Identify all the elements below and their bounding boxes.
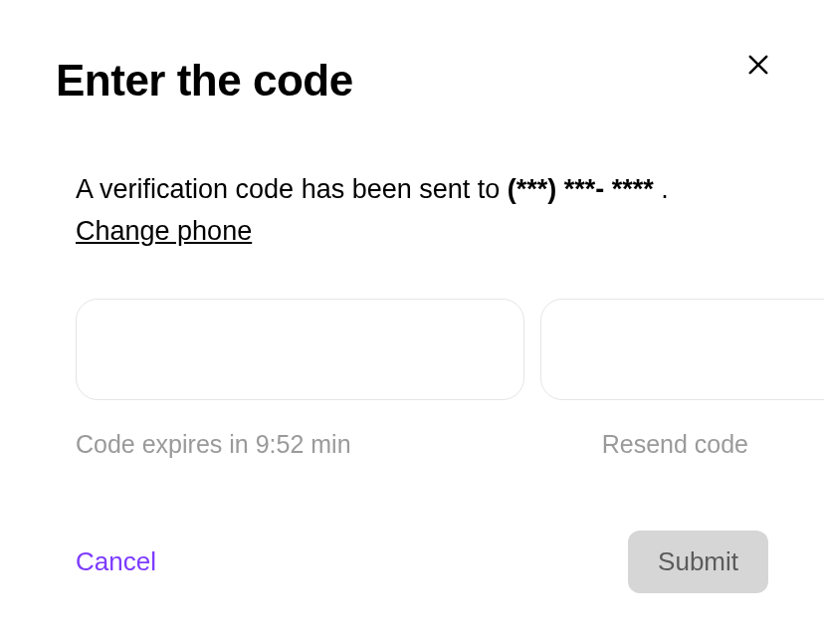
modal-content: A verification code has been sent to (**…	[56, 169, 768, 459]
expiry-text: Code expires in 9:52 min	[76, 430, 351, 459]
verification-modal: Enter the code A verification code has b…	[0, 0, 824, 644]
description-prefix: A verification code has been sent to	[76, 174, 508, 204]
verification-description: A verification code has been sent to (**…	[76, 169, 748, 253]
change-phone-link[interactable]: Change phone	[76, 216, 252, 246]
masked-phone: (***) ***- ****	[508, 174, 654, 204]
code-digit-2[interactable]	[540, 299, 824, 400]
code-input-group	[76, 299, 748, 400]
submit-button[interactable]: Submit	[628, 531, 768, 593]
resend-code-link[interactable]: Resend code	[602, 430, 748, 459]
cancel-button[interactable]: Cancel	[76, 533, 156, 591]
code-digit-1[interactable]	[76, 299, 524, 400]
modal-title: Enter the code	[56, 56, 768, 106]
description-separator: .	[654, 174, 669, 204]
close-button[interactable]	[740, 48, 776, 84]
code-meta-row: Code expires in 9:52 min Resend code	[76, 430, 748, 459]
modal-actions: Cancel Submit	[56, 531, 768, 593]
close-icon	[744, 51, 772, 82]
